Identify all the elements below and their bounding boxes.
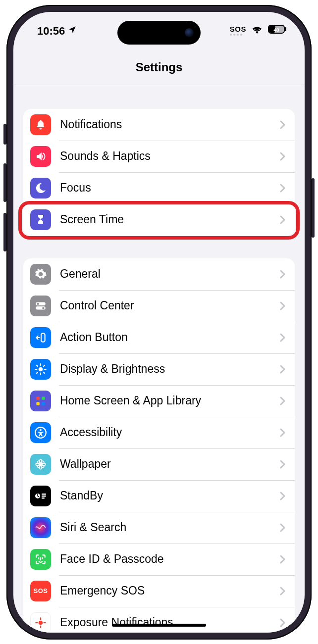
page-title: Settings bbox=[136, 60, 183, 74]
svg-rect-3 bbox=[285, 27, 286, 31]
chevron-right-icon bbox=[280, 215, 286, 224]
face-id-icon bbox=[30, 549, 51, 570]
svg-rect-22 bbox=[42, 396, 45, 400]
row-accessibility[interactable]: Accessibility bbox=[23, 417, 295, 448]
toggles-icon bbox=[30, 296, 51, 316]
svg-line-18 bbox=[44, 372, 45, 373]
svg-rect-39 bbox=[42, 495, 46, 497]
svg-point-10 bbox=[42, 307, 44, 309]
row-exposure-notifications[interactable]: Exposure Notifications bbox=[23, 607, 295, 633]
svg-point-44 bbox=[39, 620, 43, 625]
chevron-right-icon bbox=[280, 333, 286, 342]
moon-icon bbox=[30, 178, 51, 198]
exposure-icon bbox=[30, 612, 51, 633]
chevron-right-icon bbox=[280, 120, 286, 129]
row-label: General bbox=[60, 267, 280, 281]
location-icon bbox=[68, 25, 77, 37]
battery-pct: 40 bbox=[274, 26, 280, 32]
standby-icon bbox=[30, 486, 51, 506]
row-standby[interactable]: StandBy bbox=[23, 480, 295, 512]
svg-line-20 bbox=[44, 365, 45, 366]
row-label: Emergency SOS bbox=[60, 584, 280, 597]
row-home-screen[interactable]: Home Screen & App Library bbox=[23, 385, 295, 417]
row-label: StandBy bbox=[60, 489, 280, 502]
chevron-right-icon bbox=[280, 396, 286, 405]
action-button-icon bbox=[30, 327, 51, 348]
svg-line-17 bbox=[37, 365, 38, 366]
page-dots bbox=[230, 34, 242, 36]
row-label: Notifications bbox=[60, 118, 280, 131]
chevron-right-icon bbox=[280, 365, 286, 374]
sun-icon bbox=[30, 359, 51, 380]
svg-point-8 bbox=[37, 302, 39, 304]
svg-rect-11 bbox=[41, 333, 45, 342]
row-display-brightness[interactable]: Display & Brightness bbox=[23, 353, 295, 385]
chevron-right-icon bbox=[280, 523, 286, 532]
sos-icon: SOS bbox=[30, 581, 51, 601]
settings-group-1: Notifications Sounds & Haptics bbox=[23, 109, 295, 236]
row-face-id[interactable]: Face ID & Passcode bbox=[23, 544, 295, 575]
battery-icon: 40 bbox=[268, 25, 287, 34]
dynamic-island bbox=[117, 21, 201, 45]
siri-icon bbox=[30, 517, 51, 538]
row-emergency-sos[interactable]: SOS Emergency SOS bbox=[23, 575, 295, 607]
row-label: Display & Brightness bbox=[60, 362, 280, 376]
svg-point-12 bbox=[39, 367, 43, 371]
accessibility-icon bbox=[30, 422, 51, 443]
row-label: Focus bbox=[60, 181, 280, 195]
row-screen-time[interactable]: Screen Time bbox=[23, 204, 295, 236]
bell-icon bbox=[30, 114, 51, 135]
svg-line-19 bbox=[37, 372, 38, 373]
gear-icon bbox=[30, 264, 51, 285]
svg-rect-23 bbox=[36, 402, 40, 405]
row-label: Siri & Search bbox=[60, 521, 280, 534]
chevron-right-icon bbox=[280, 270, 286, 279]
wifi-icon bbox=[251, 25, 263, 34]
row-general[interactable]: General bbox=[23, 258, 295, 290]
svg-rect-24 bbox=[42, 402, 45, 405]
chevron-right-icon bbox=[280, 428, 286, 437]
row-label: Wallpaper bbox=[60, 457, 280, 471]
front-camera bbox=[185, 28, 194, 37]
flower-icon bbox=[30, 454, 51, 475]
settings-scroll[interactable]: Notifications Sounds & Haptics bbox=[13, 85, 305, 633]
chevron-right-icon bbox=[280, 152, 286, 161]
chevron-right-icon bbox=[280, 555, 286, 564]
sos-icon-text: SOS bbox=[34, 587, 48, 594]
row-focus[interactable]: Focus bbox=[23, 172, 295, 204]
settings-group-2: General Control Center Actio bbox=[23, 258, 295, 633]
svg-rect-21 bbox=[36, 396, 40, 400]
row-siri-search[interactable]: Siri & Search bbox=[23, 512, 295, 544]
row-sounds-haptics[interactable]: Sounds & Haptics bbox=[23, 141, 295, 172]
row-label: Action Button bbox=[60, 331, 280, 344]
speaker-icon bbox=[30, 146, 51, 167]
chevron-right-icon bbox=[280, 184, 286, 193]
svg-point-27 bbox=[40, 463, 42, 465]
row-label: Accessibility bbox=[60, 426, 280, 439]
status-sos: SOS bbox=[230, 25, 246, 33]
row-label: Control Center bbox=[60, 299, 280, 312]
navbar: Settings bbox=[13, 50, 305, 85]
status-time: 10:56 bbox=[37, 25, 65, 38]
chevron-right-icon bbox=[280, 618, 286, 627]
row-notifications[interactable]: Notifications bbox=[23, 109, 295, 141]
chevron-right-icon bbox=[280, 460, 286, 469]
svg-rect-40 bbox=[42, 497, 45, 499]
home-indicator[interactable] bbox=[112, 624, 206, 627]
row-action-button[interactable]: Action Button bbox=[23, 322, 295, 353]
chevron-right-icon bbox=[280, 492, 286, 500]
row-label: Exposure Notifications bbox=[60, 616, 280, 629]
row-label: Sounds & Haptics bbox=[60, 149, 280, 163]
row-control-center[interactable]: Control Center bbox=[23, 290, 295, 322]
chevron-right-icon bbox=[280, 301, 286, 310]
chevron-right-icon bbox=[280, 587, 286, 595]
svg-point-26 bbox=[40, 429, 42, 431]
row-label: Face ID & Passcode bbox=[60, 552, 280, 566]
row-label: Screen Time bbox=[60, 213, 280, 226]
svg-rect-38 bbox=[42, 494, 46, 495]
row-wallpaper[interactable]: Wallpaper bbox=[23, 448, 295, 480]
row-label: Home Screen & App Library bbox=[60, 394, 280, 407]
hourglass-icon bbox=[30, 209, 51, 230]
app-grid-icon bbox=[30, 391, 51, 411]
